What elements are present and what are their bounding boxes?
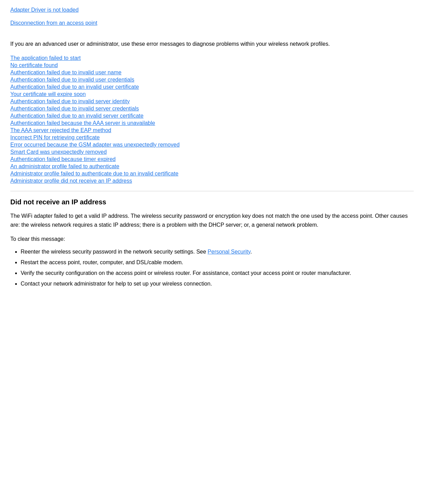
toc-link[interactable]: Smart Card was unexpectedly removed [10,149,414,155]
horizontal-divider [10,191,414,191]
toc-link[interactable]: Authentication failed due to invalid use… [10,77,414,83]
top-link[interactable]: Adapter Driver is not loaded [10,7,414,13]
toc-links-container: The application failed to startNo certif… [10,55,414,184]
toc-link[interactable]: Authentication failed because timer expi… [10,156,414,162]
toc-link[interactable]: An administrator profile failed to authe… [10,163,414,170]
toc-link[interactable]: Incorrect PIN for retrieving certificate [10,135,414,141]
clear-message-label: To clear this message: [10,235,414,244]
personal-security-link[interactable]: Personal Security [208,249,250,255]
toc-link[interactable]: Authentication failed due to an invalid … [10,84,414,90]
section-did-not-receive-ip: Did not receive an IP address The WiFi a… [10,198,414,289]
toc-link[interactable]: Authentication failed because the AAA se… [10,120,414,126]
bullet-item: Verify the security configuration on the… [21,268,414,278]
toc-link[interactable]: The AAA server rejected the EAP method [10,127,414,133]
toc-link[interactable]: Authentication failed due to invalid ser… [10,98,414,105]
toc-link[interactable]: Authentication failed due to invalid use… [10,69,414,76]
toc-link[interactable]: Authentication failed due to invalid ser… [10,106,414,112]
section-title: Did not receive an IP address [10,198,414,206]
toc-link[interactable]: No certificate found [10,62,414,68]
bullet-item: Restart the access point, router, comput… [21,258,414,267]
toc-link[interactable]: Administrator profile failed to authenti… [10,171,414,177]
top-link[interactable]: Disconnection from an access point [10,20,414,26]
toc-link[interactable]: The application failed to start [10,55,414,61]
bullet-item: Reenter the wireless security password i… [21,247,414,256]
section-body: The WiFi adapter failed to get a valid I… [10,212,414,229]
bullet-list: Reenter the wireless security password i… [21,247,414,289]
intro-paragraph: If you are an advanced user or administr… [10,40,414,48]
top-links-container: Adapter Driver is not loadedDisconnectio… [10,7,414,33]
toc-link[interactable]: Error occurred because the GSM adapter w… [10,142,414,148]
bullet-item: Contact your network administrator for h… [21,279,414,288]
toc-link[interactable]: Authentication failed due to an invalid … [10,113,414,119]
toc-link[interactable]: Your certificate will expire soon [10,91,414,97]
toc-link[interactable]: Administrator profile did not receive an… [10,178,414,184]
